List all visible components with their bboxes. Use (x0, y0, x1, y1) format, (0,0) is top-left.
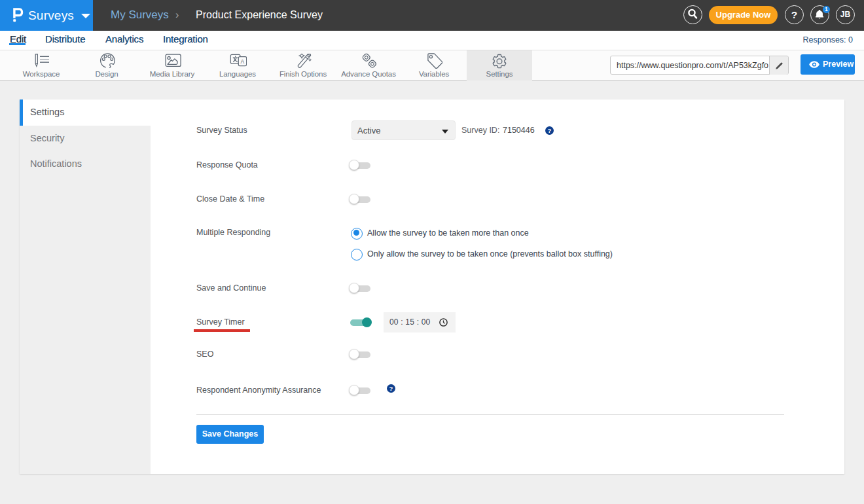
svg-text:A: A (241, 58, 245, 65)
